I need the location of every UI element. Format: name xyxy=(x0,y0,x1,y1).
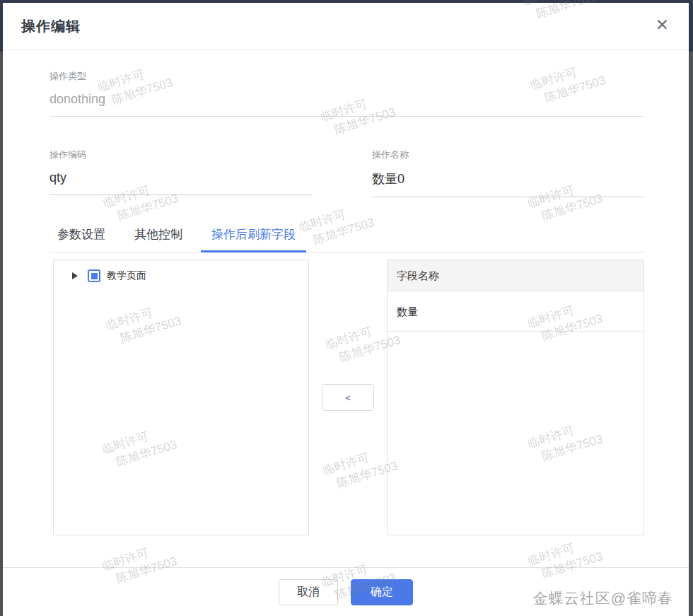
tab-refresh-fields-after-operation[interactable]: 操作后刷新字段 xyxy=(211,226,296,252)
tab-param-settings[interactable]: 参数设置 xyxy=(57,226,105,252)
tab-other-control[interactable]: 其他控制 xyxy=(134,226,182,252)
dialog-header: 操作编辑 ✕ xyxy=(3,3,689,50)
operation-edit-dialog: 操作编辑 ✕ 操作类型 donothing 操作编码 qty 操作名称 数量0 … xyxy=(3,3,689,616)
operation-code-label: 操作编码 xyxy=(50,149,313,161)
transfer-controls: < xyxy=(309,260,387,411)
operation-type-label: 操作类型 xyxy=(50,70,644,83)
expand-arrow-icon[interactable] xyxy=(72,272,78,279)
community-credit: 金蝶云社区@雀啼春 xyxy=(533,588,673,608)
operation-name-label: 操作名称 xyxy=(372,149,644,161)
cancel-button[interactable]: 取消 xyxy=(279,579,338,605)
field-row: 操作编码 qty 操作名称 数量0 xyxy=(50,149,644,197)
table-header-field-name: 字段名称 xyxy=(388,260,644,291)
transfer-area: 教学页面 < 字段名称 数量 xyxy=(50,260,644,535)
table-row-quantity[interactable]: 数量 xyxy=(388,291,644,332)
dialog-title: 操作编辑 xyxy=(21,3,81,50)
dialog-body: 操作类型 donothing 操作编码 qty 操作名称 数量0 参数设置 其他… xyxy=(50,51,644,535)
operation-code-input[interactable]: qty xyxy=(50,170,313,195)
confirm-button[interactable]: 确定 xyxy=(351,579,413,605)
tree-node-teaching-page[interactable]: 教学页面 xyxy=(54,260,308,282)
screen: 操作编辑 ✕ 操作类型 donothing 操作编码 qty 操作名称 数量0 … xyxy=(0,0,693,616)
operation-type-value: donothing xyxy=(50,92,644,117)
move-left-button[interactable]: < xyxy=(322,384,374,411)
field-operation-code: 操作编码 qty xyxy=(50,149,313,197)
checkbox-inner-mark xyxy=(91,273,98,279)
close-icon[interactable]: ✕ xyxy=(656,17,669,33)
field-operation-name: 操作名称 数量0 xyxy=(372,149,644,197)
operation-name-input[interactable]: 数量0 xyxy=(372,170,644,197)
field-tree-panel: 教学页面 xyxy=(53,260,309,535)
tree-node-label: 教学页面 xyxy=(107,269,146,282)
selected-fields-panel: 字段名称 数量 xyxy=(387,260,644,535)
tree-checkbox-indeterminate[interactable] xyxy=(88,269,100,282)
tab-bar: 参数设置 其他控制 操作后刷新字段 xyxy=(50,226,644,252)
field-operation-type: 操作类型 donothing xyxy=(50,70,644,117)
